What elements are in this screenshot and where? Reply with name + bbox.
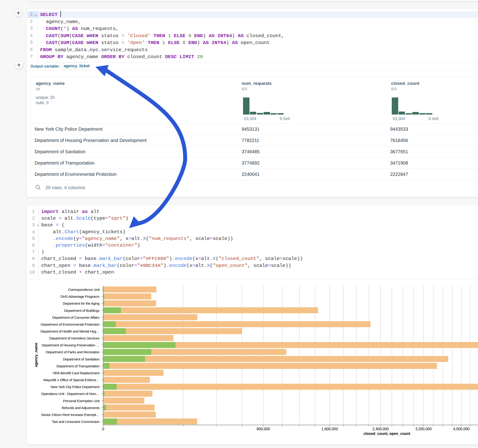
svg-text:4,000,000: 4,000,000	[453, 427, 470, 431]
svg-text:New York City Police Departmen: New York City Police Department	[51, 385, 100, 389]
svg-text:Personal Exemption Unit: Personal Exemption Unit	[63, 399, 100, 403]
svg-text:Department of Transportation: Department of Transportation	[57, 364, 100, 368]
svg-text:Department of Health and Menta: Department of Health and Mental Hyg…	[41, 329, 100, 333]
svg-text:Department of Buildings: Department of Buildings	[64, 309, 99, 312]
svg-text:Department of Environmental Pr: Department of Environmental Protection	[41, 322, 99, 326]
svg-text:Department of Consumer Affairs: Department of Consumer Affairs	[52, 316, 100, 319]
svg-text:1,600,000: 1,600,000	[321, 427, 338, 431]
svg-text:Operations Unit - Department o: Operations Unit - Department of Hom…	[41, 392, 100, 396]
svg-text:Correspondence Unit: Correspondence Unit	[68, 288, 100, 292]
svg-text:Department of Homeless Service: Department of Homeless Services	[49, 336, 99, 340]
svg-text:Senior Citizen Rent Increase E: Senior Citizen Rent Increase Exempti…	[41, 413, 99, 417]
svg-text:HRA Benefit Card Replacement: HRA Benefit Card Replacement	[53, 371, 100, 375]
svg-text:2,400,000: 2,400,000	[372, 427, 389, 431]
svg-text:Department of Sanitation: Department of Sanitation	[63, 357, 100, 361]
svg-text:Taxi and Limousine Commission: Taxi and Limousine Commission	[52, 420, 99, 423]
svg-text:0: 0	[102, 427, 104, 431]
svg-text:Department of Housing Preserva: Department of Housing Preservation …	[42, 343, 100, 347]
svg-text:3,200,000: 3,200,000	[415, 427, 432, 431]
svg-text:agency_name: agency_name	[34, 343, 38, 367]
svg-text:Department of Parks and Recrea: Department of Parks and Recreation	[46, 350, 99, 354]
svg-text:800,000: 800,000	[257, 427, 270, 431]
svg-text:Refunds and Adjustments: Refunds and Adjustments	[62, 406, 99, 410]
svg-text:closed_count, open_count: closed_count, open_count	[364, 432, 410, 436]
svg-text:DHS Advantage Programs: DHS Advantage Programs	[60, 294, 99, 299]
svg-text:Mayorâ€ s Office of Special En: Mayorâ€ s Office of Special Enforce…	[43, 378, 99, 382]
svg-text:Department for the Aging: Department for the Aging	[63, 301, 100, 305]
